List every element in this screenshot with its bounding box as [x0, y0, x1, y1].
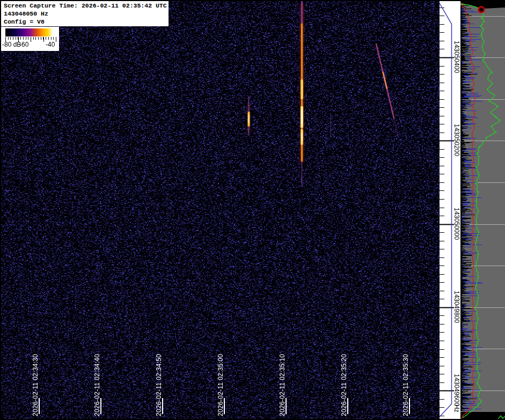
time-axis-tick: [286, 398, 287, 414]
time-axis-label: 2026-02-11 02:35:10: [279, 354, 286, 416]
time-axis-label: 2026-02-11 02:35:30: [402, 354, 409, 416]
db-label-max: -40: [46, 41, 55, 48]
time-axis-label: 2026-02-11 02:34:50: [155, 354, 163, 416]
center-frequency-line: 143048050 Hz: [4, 10, 166, 18]
time-axis-tick: [100, 398, 101, 414]
time-axis-tick: [224, 398, 225, 414]
frequency-axis-label: 143049600: [453, 374, 460, 406]
db-color-scale: -80 dB -60 -40: [1, 27, 59, 51]
capture-info-box: Screen Capture Time: 2026-02-11 02:35:42…: [1, 1, 169, 26]
frequency-unit-label: Hz: [453, 404, 460, 412]
color-gradient-bar: [5, 28, 56, 36]
frequency-axis-label: 143049800: [453, 291, 460, 323]
time-axis-tick: [162, 398, 163, 414]
frequency-axis-label: 143050200: [453, 124, 460, 156]
time-axis-label: 2026-02-11 02:34:40: [93, 354, 101, 416]
time-axis-label: 2026-02-11 02:35:20: [340, 354, 348, 416]
frequency-axis-label: 143050000: [453, 208, 460, 240]
time-axis-label: 2026-02-11 02:34:30: [32, 354, 39, 416]
time-axis-tick: [39, 398, 40, 414]
db-label-min: -80 dB: [2, 41, 21, 48]
time-axis-label: 2026-02-11 02:35:00: [217, 354, 224, 416]
capture-time-line: Screen Capture Time: 2026-02-11 02:35:42…: [4, 2, 166, 10]
time-axis-tick: [409, 398, 410, 414]
spectrogram-app-window: Screen Capture Time: 2026-02-11 02:35:42…: [0, 0, 505, 420]
frequency-axis-label: 143050400: [453, 41, 460, 73]
db-label-mid: -60: [19, 41, 28, 48]
config-line: Config = V8: [4, 18, 166, 26]
spectrum-panel-canvas: [460, 1, 505, 419]
time-axis-tick: [347, 398, 348, 414]
